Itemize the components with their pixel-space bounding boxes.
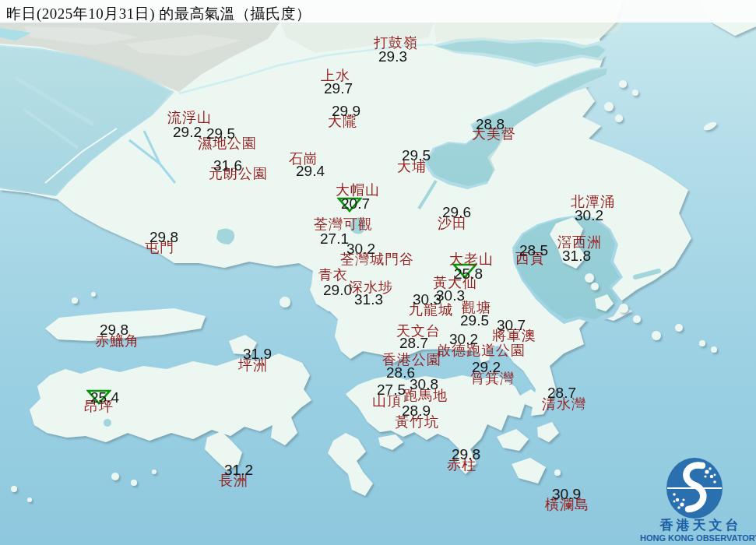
station-value: 29.6 bbox=[442, 205, 471, 220]
hko-logo-chinese-text: 香港天文台 bbox=[654, 519, 747, 532]
island bbox=[27, 498, 32, 502]
station-value: 28.8 bbox=[476, 117, 505, 132]
station-value: 29.4 bbox=[296, 164, 325, 178]
island bbox=[111, 473, 119, 480]
station-value: 29.5 bbox=[402, 148, 431, 163]
island bbox=[699, 340, 705, 346]
station-value: 29.0 bbox=[323, 283, 352, 297]
station-value: 30.9 bbox=[552, 487, 581, 501]
station-value: 29.8 bbox=[149, 230, 178, 244]
island bbox=[152, 469, 156, 474]
hko-logo-english-text: HONG KONG OBSERVATORY bbox=[640, 534, 756, 543]
land-ma-wan bbox=[280, 297, 290, 308]
island bbox=[619, 80, 627, 88]
station-value: 30.7 bbox=[497, 318, 526, 332]
station-value: 31.2 bbox=[224, 462, 253, 477]
station-value: 30.3 bbox=[413, 292, 441, 307]
station-value: 29.3 bbox=[378, 49, 407, 64]
station-value: 30.2 bbox=[449, 332, 478, 346]
island bbox=[604, 102, 614, 111]
station-value: 28.9 bbox=[402, 403, 431, 418]
island bbox=[131, 480, 137, 486]
island bbox=[591, 283, 599, 290]
station-value: 31.3 bbox=[354, 292, 383, 307]
station-value: 30.2 bbox=[346, 241, 375, 256]
land-waglan bbox=[554, 469, 561, 476]
station-value: 29.5 bbox=[460, 313, 489, 328]
station-value: 20.7 bbox=[341, 196, 370, 211]
shek-pik-reservoir bbox=[104, 419, 111, 427]
station-value: 28.5 bbox=[519, 243, 548, 258]
station-value: 27.1 bbox=[320, 231, 349, 246]
island bbox=[675, 324, 683, 332]
station-value: 28.7 bbox=[547, 385, 576, 400]
island bbox=[91, 292, 96, 297]
station-value: 25.4 bbox=[90, 390, 119, 405]
station-value: 28.7 bbox=[399, 336, 428, 350]
hong-kong-map bbox=[0, 0, 756, 545]
station-value: 30.2 bbox=[575, 208, 603, 223]
station-value: 31.9 bbox=[243, 346, 272, 361]
island bbox=[11, 486, 17, 492]
station-value: 29.2 bbox=[472, 360, 501, 374]
hko-temperature-map: 打鼓嶺29.3上水29.7大隴29.9流浮山29.2濕地公園29.5元朗公園31… bbox=[0, 0, 756, 545]
island bbox=[633, 315, 641, 323]
station-name: 青衣 bbox=[318, 268, 348, 282]
station-value: 29.8 bbox=[452, 447, 480, 462]
station-value: 31.8 bbox=[562, 248, 591, 263]
island bbox=[619, 304, 628, 313]
island bbox=[711, 346, 717, 353]
station-value: 27.5 bbox=[377, 382, 406, 397]
island bbox=[632, 90, 638, 96]
island bbox=[585, 273, 594, 283]
island bbox=[72, 297, 78, 304]
page-title: 昨日(2025年10月31日) 的最高氣溫（攝氏度） bbox=[6, 4, 311, 24]
station-value: 30.8 bbox=[410, 377, 438, 392]
station-value: 31.6 bbox=[213, 158, 242, 173]
station-name: 流浮山 bbox=[167, 111, 212, 125]
island bbox=[615, 114, 623, 122]
station-name: 荃灣可觀 bbox=[314, 217, 373, 231]
island bbox=[652, 331, 661, 340]
station-value: 29.5 bbox=[206, 126, 235, 141]
title-bar: 昨日(2025年10月31日) 的最高氣溫（攝氏度） bbox=[0, 0, 756, 23]
hko-logo bbox=[666, 458, 723, 519]
station-value: 29.9 bbox=[332, 104, 360, 118]
station-value: 29.7 bbox=[324, 81, 353, 96]
station-value: 29.8 bbox=[100, 322, 128, 337]
station-name: 大老山 bbox=[449, 252, 494, 266]
